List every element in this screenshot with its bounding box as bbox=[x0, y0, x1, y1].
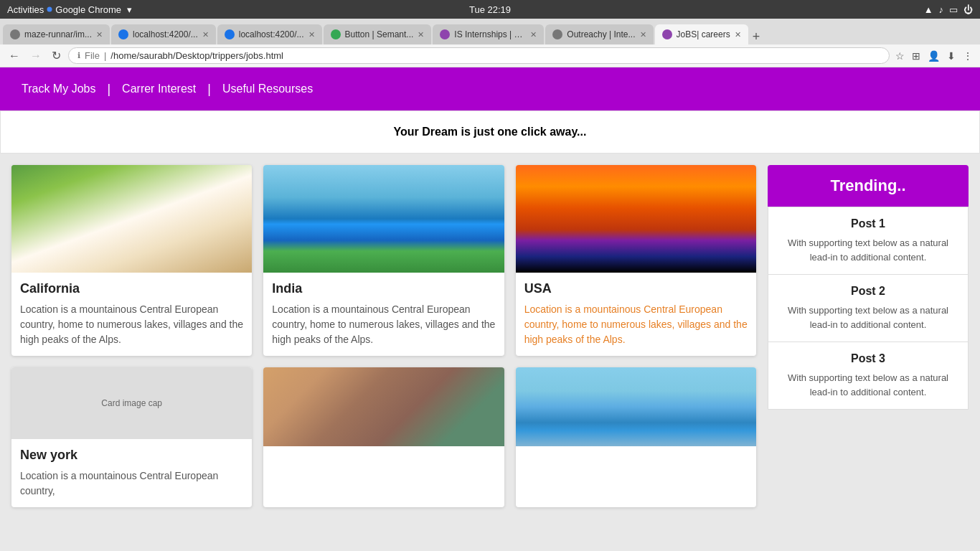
tab-label: maze-runnar/im... bbox=[24, 29, 92, 39]
tab-favicon bbox=[552, 29, 562, 39]
tab-label: JoBS| careers bbox=[677, 29, 730, 39]
card-usa: USA Location is a mountainous Central Eu… bbox=[516, 165, 756, 356]
california-image bbox=[11, 165, 252, 273]
menu-icon[interactable]: ⋮ bbox=[961, 49, 974, 63]
nav-separator-1: | bbox=[203, 82, 215, 97]
india-text: Location is a mountainous Central Europe… bbox=[272, 302, 495, 347]
browser-tab-tab1[interactable]: maze-runnar/im... ✕ bbox=[3, 24, 110, 44]
url-path: /home/saurabh/Desktop/trippers/jobs.html bbox=[110, 50, 283, 61]
post-title-1: Post 1 bbox=[778, 217, 958, 230]
browser-tab-tab6[interactable]: Outreachy | Inte... ✕ bbox=[545, 24, 653, 44]
newyork-image: Card image cap bbox=[11, 367, 252, 439]
sidebar: Trending.. Post 1 With supporting text b… bbox=[768, 165, 969, 507]
usa-title: USA bbox=[524, 281, 748, 296]
tab-bar: maze-runnar/im... ✕ localhost:4200/... ✕… bbox=[0, 19, 980, 44]
tab-close-icon[interactable]: ✕ bbox=[96, 30, 103, 39]
tab-label: localhost:4200/... bbox=[239, 29, 304, 39]
card-california: California Location is a mountainous Cen… bbox=[11, 165, 252, 356]
card-photo3 bbox=[516, 367, 756, 507]
california-title: California bbox=[20, 281, 243, 296]
post-text-1: With supporting text below as a natural … bbox=[778, 236, 958, 264]
info-icon: ℹ bbox=[77, 51, 80, 60]
dropdown-icon[interactable]: ▾ bbox=[127, 4, 132, 15]
browser-tab-tab2[interactable]: localhost:4200/... ✕ bbox=[111, 24, 216, 44]
india-title: India bbox=[272, 281, 495, 296]
newyork-text: Location is a mountainous Central Europe… bbox=[20, 468, 243, 499]
nav-item-1[interactable]: Carrer Interest bbox=[115, 83, 203, 95]
hero-text: Your Dream is just one click away... bbox=[15, 126, 965, 138]
usa-image bbox=[516, 165, 756, 273]
tab-close-icon[interactable]: ✕ bbox=[202, 30, 209, 39]
tab-close-icon[interactable]: ✕ bbox=[308, 30, 315, 39]
bookmark-icon[interactable]: ☆ bbox=[894, 49, 906, 63]
nav-item-0[interactable]: Track My Jobs bbox=[14, 83, 103, 95]
tab-favicon bbox=[662, 29, 672, 39]
sidebar-post-1: Post 1 With supporting text below as a n… bbox=[768, 207, 969, 275]
tab-favicon bbox=[118, 29, 128, 39]
activities-label[interactable]: Activities bbox=[7, 4, 44, 15]
tab-favicon bbox=[331, 29, 341, 39]
url-bar[interactable]: ℹ File | /home/saurabh/Desktop/trippers/… bbox=[68, 47, 890, 64]
profile-icon[interactable]: 👤 bbox=[926, 49, 941, 63]
nav-item-2[interactable]: Useful Resourses bbox=[215, 83, 320, 95]
photo3-image bbox=[516, 367, 756, 446]
browser-tab-tab7[interactable]: JoBS| careers ✕ bbox=[655, 24, 748, 44]
card-newyork: Card image cap New york Location is a mo… bbox=[11, 367, 252, 507]
browser-tab-tab4[interactable]: Button | Semant... ✕ bbox=[324, 24, 432, 44]
tab-favicon bbox=[440, 29, 450, 39]
hero-section: Your Dream is just one click away... bbox=[0, 110, 980, 154]
address-bar: ← → ↻ ℹ File | /home/saurabh/Desktop/tri… bbox=[0, 44, 980, 67]
newyork-title: New york bbox=[20, 448, 243, 463]
wifi-icon: ▲ bbox=[924, 4, 933, 15]
tab-label: Button | Semant... bbox=[345, 29, 414, 39]
browser-tab-tab3[interactable]: localhost:4200/... ✕ bbox=[217, 24, 322, 44]
tab-label: Outreachy | Inte... bbox=[567, 29, 635, 39]
reload-button[interactable]: ↻ bbox=[49, 47, 64, 64]
tab-favicon bbox=[10, 29, 20, 39]
tab-label: localhost:4200/... bbox=[133, 29, 198, 39]
newyork-img-label: Card image cap bbox=[101, 398, 162, 408]
tab-label: IS Internships | Su... bbox=[454, 29, 526, 39]
photo2-image bbox=[263, 367, 504, 446]
post-text-2: With supporting text below as a natural … bbox=[778, 303, 958, 331]
battery-icon: ▭ bbox=[949, 4, 958, 15]
post-text-3: With supporting text below as a natural … bbox=[778, 371, 958, 399]
usa-text: Location is a mountainous Central Europe… bbox=[524, 302, 748, 347]
sidebar-post-3: Post 3 With supporting text below as a n… bbox=[768, 342, 969, 410]
file-label: File bbox=[85, 50, 100, 61]
cards-grid: California Location is a mountainous Cen… bbox=[11, 165, 756, 507]
trending-header: Trending.. bbox=[768, 165, 969, 207]
browser-tab-tab5[interactable]: IS Internships | Su... ✕ bbox=[433, 24, 544, 44]
nav-separator-0: | bbox=[103, 82, 115, 97]
download-icon[interactable]: ⬇ bbox=[946, 49, 957, 63]
tab-favicon bbox=[225, 29, 235, 39]
back-button[interactable]: ← bbox=[6, 48, 23, 64]
tab-close-icon[interactable]: ✕ bbox=[530, 30, 537, 39]
power-icon: ⏻ bbox=[963, 4, 973, 15]
volume-icon: ♪ bbox=[939, 4, 944, 15]
card-india: India Location is a mountainous Central … bbox=[263, 165, 504, 356]
extension-icon[interactable]: ⊞ bbox=[910, 49, 922, 63]
tab-close-icon[interactable]: ✕ bbox=[418, 30, 424, 39]
post-title-2: Post 2 bbox=[778, 285, 958, 298]
main-content: California Location is a mountainous Cen… bbox=[0, 154, 980, 519]
card-photo2 bbox=[263, 367, 504, 507]
tab-close-icon[interactable]: ✕ bbox=[640, 30, 646, 39]
tab-close-icon[interactable]: ✕ bbox=[735, 30, 741, 39]
chrome-label: Google Chrome bbox=[55, 4, 121, 15]
site-nav: Track My Jobs|Carrer Interest|Useful Res… bbox=[0, 67, 980, 110]
california-text: Location is a mountainous Central Europe… bbox=[20, 302, 243, 347]
clock: Tue 22:19 bbox=[469, 4, 511, 15]
new-tab-button[interactable]: + bbox=[748, 29, 765, 44]
post-title-3: Post 3 bbox=[778, 352, 958, 365]
sidebar-post-2: Post 2 With supporting text below as a n… bbox=[768, 275, 969, 342]
url-separator: | bbox=[104, 50, 106, 61]
forward-button[interactable]: → bbox=[27, 48, 44, 64]
india-image bbox=[263, 165, 504, 273]
os-bar: Activities Google Chrome ▾ Tue 22:19 ▲ ♪… bbox=[0, 0, 980, 19]
